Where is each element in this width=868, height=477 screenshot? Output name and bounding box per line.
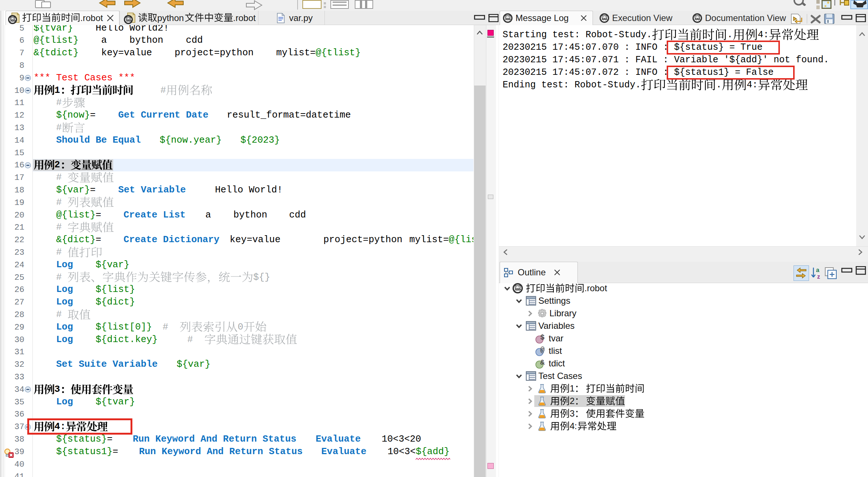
svg-text:@: @ [540,346,545,354]
svg-text:z: z [817,274,820,280]
svg-text:a: a [816,267,819,273]
svg-text:$: $ [540,334,545,342]
svg-text:&: & [540,359,545,367]
